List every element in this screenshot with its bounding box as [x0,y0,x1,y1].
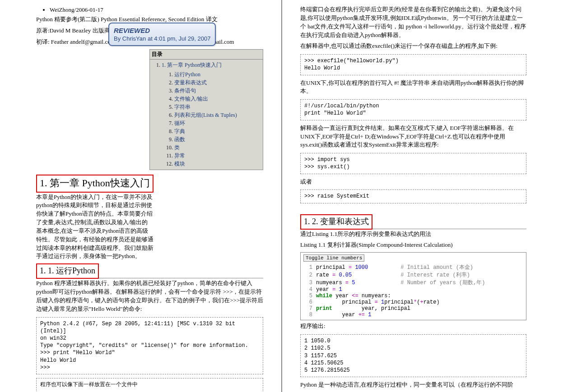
code-shebang: #!/usr/local/bin/python print "Hello Wor… [300,99,526,120]
toc-heading: 目录 [150,50,263,60]
code-line: 8 year += 1 [303,312,523,318]
toc-top[interactable]: 1. 第一章 Python快速入门 [162,62,222,68]
listing-caption: Listing 1.1 复利计算器(Simple Compound-Intere… [300,241,526,249]
toc-item[interactable]: 字符串 [174,104,191,110]
code-hello-file: 程序也可以像下面一样放置在一个文件中 # helloworld.py print… [36,378,263,392]
code-sysexit: >>> import sys >>> sys.exit() [300,153,526,174]
toc-item[interactable]: 异常 [174,152,185,159]
code-line: 2rate = 0.05 # Interest rate (利率) [303,271,523,279]
code-line: 5while year <= numyears: [303,293,523,299]
table-of-contents: 目录 1. 第一章 Python快速入门 运行Python变量和表达式条件语句文… [149,49,263,170]
code-hello-interactive: Python 2.4.2 (#67, Sep 28 2005, 12:41:11… [36,317,263,374]
right-p4: 解释器会一直运行直到文件结束。如果在交互模式下,键入 EOF字符退出解释器。在U… [300,124,526,150]
toc-item[interactable]: 循环 [174,120,185,126]
right-p1: 终端窗口会在程序执行完毕后立即关闭(经常是在你看到它的输出之前)。为避免这个问题… [300,5,526,39]
section-1-intro: 本章是Python的快速入门，在这一章并不涉及 python的特殊规则和细节，目… [36,193,154,261]
toc-item[interactable]: 文件输入/输出 [174,96,208,102]
code-line: 4year = 1 [303,286,523,293]
author-line: WeiZhong/2006-01-17 [50,6,263,14]
author-bullet: WeiZhong/2006-01-17 [36,6,263,14]
sec12-p1: 通过Listing 1.1所示的程序示例变量和表达式的用法 [300,230,526,239]
section-11-heading: 1. 1. 运行Python [40,265,95,277]
toc-item[interactable]: 条件语句 [174,88,196,94]
right-p5: 或者 [300,178,526,186]
code-raise: >>> raise SystemExit [300,189,526,203]
toc-item[interactable]: 运行Python [174,71,200,78]
section-1-heading-box: 1. 第一章 Python快速入门 [36,175,154,193]
section-12-heading-box: 1. 2. 变量和表达式 [300,214,372,230]
toc-item[interactable]: 类 [174,144,180,151]
code-line: 7print year, principal [303,305,523,312]
right-p3: 在UNIX下,你可以在程序的首行写入 #! 魔法字符串 来自动调用python解… [300,79,526,96]
section-12-heading: 1. 2. 变量和表达式 [304,216,369,228]
code-line: 1principal = 1000 # Initial amount (本金) [303,263,523,271]
code-execfile: >>> execfile("helloworld.py") Hello Worl… [300,54,526,75]
sec11-p1: Python 程序通过解释器执行。如果你的机器已经装好了python，简单的在命… [36,279,263,313]
code-line: 6 principal = 1principal*(+rate) [303,299,523,305]
toc-item[interactable]: 函数 [174,136,185,143]
stamp-byline: By ChrisYan at 4:01 pm, Jul 29, 2007 [114,35,210,42]
listing-1-1: Toggle line numbers 1principal = 1000 # … [300,252,526,320]
toc-item[interactable]: 模块 [174,161,185,167]
sec12-p2: Python 是一种动态语言,在程序运行过程中，同一变量名可以（在程序运行的不同… [300,381,526,389]
right-p2: 在解释器中,也可以通过函数execfile()来运行一个保存在磁盘上的程序,如下… [300,42,526,51]
section-1-heading: 1. 第一章 Python快速入门 [40,176,150,191]
toc-item[interactable]: 变量和表达式 [174,79,207,86]
stamp-title: REVIEWED [114,26,210,35]
toc-item[interactable]: 列表和元组(Lists & Tuples) [174,112,237,118]
output-label: 程序输出: [300,322,526,331]
section-11-heading-box: 1. 1. 运行Python [36,263,99,279]
toggle-line-numbers[interactable]: Toggle line numbers [303,254,364,262]
review-stamp: REVIEWED By ChrisYan at 4:01 pm, Jul 29,… [108,23,216,46]
program-output: 1 1050.0 2 1102.5 3 1157.625 4 1215.5062… [300,334,526,377]
toc-item[interactable]: 字典 [174,128,185,134]
code-line: 3numyears = 5 # Number of years (期数,年) [303,279,523,286]
